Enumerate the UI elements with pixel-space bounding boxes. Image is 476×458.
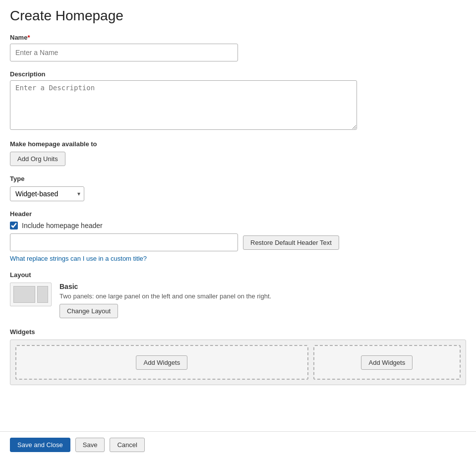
- widget-panel-right: Add Widgets: [313, 345, 461, 380]
- layout-field-group: Layout Basic Two panels: one large panel…: [10, 271, 466, 318]
- layout-name: Basic: [60, 283, 271, 290]
- type-field-group: Type Widget-based ▾: [10, 175, 466, 201]
- description-textarea[interactable]: [10, 80, 357, 130]
- header-label: Header: [10, 210, 466, 218]
- description-label: Description: [10, 70, 466, 78]
- widgets-label: Widgets: [10, 328, 466, 336]
- layout-panel-large: [13, 286, 35, 303]
- header-field-group: Header Include homepage header {OrgUnitN…: [10, 210, 466, 262]
- header-text-input[interactable]: {OrgUnitName}: [10, 233, 238, 251]
- availability-label: Make homepage available to: [10, 140, 466, 148]
- header-input-row: {OrgUnitName} Restore Default Header Tex…: [10, 233, 466, 251]
- type-label: Type: [10, 175, 466, 182]
- include-header-row: Include homepage header: [10, 222, 466, 229]
- name-field-group: Name*: [10, 34, 466, 61]
- save-button[interactable]: Save: [75, 438, 105, 452]
- include-header-label[interactable]: Include homepage header: [22, 222, 103, 229]
- page-title: Create Homepage: [10, 8, 466, 24]
- add-widgets-left-button[interactable]: Add Widgets: [136, 355, 187, 370]
- replace-strings-link[interactable]: What replace strings can I use in a cust…: [10, 255, 147, 262]
- widgets-section: Widgets Add Widgets Add Widgets: [10, 328, 466, 385]
- layout-preview: [10, 283, 52, 306]
- layout-panel-small: [37, 286, 48, 303]
- save-and-close-button[interactable]: Save and Close: [10, 438, 70, 452]
- layout-preview-row: Basic Two panels: one large panel on the…: [10, 283, 466, 318]
- add-org-units-button[interactable]: Add Org Units: [10, 152, 65, 166]
- restore-header-button[interactable]: Restore Default Header Text: [243, 235, 339, 250]
- add-widgets-right-button[interactable]: Add Widgets: [361, 355, 413, 370]
- type-select-wrapper: Widget-based ▾: [10, 186, 84, 201]
- required-indicator: *: [27, 34, 30, 41]
- widgets-container: Add Widgets Add Widgets: [10, 340, 466, 385]
- type-select[interactable]: Widget-based: [10, 186, 84, 201]
- layout-label: Layout: [10, 271, 466, 279]
- footer-bar: Save and Close Save Cancel: [0, 431, 476, 458]
- cancel-button[interactable]: Cancel: [110, 438, 144, 452]
- widget-panel-left: Add Widgets: [15, 345, 308, 380]
- name-label: Name*: [10, 34, 466, 41]
- description-field-group: Description: [10, 70, 466, 131]
- change-layout-button[interactable]: Change Layout: [60, 304, 118, 318]
- include-header-checkbox[interactable]: [10, 222, 18, 229]
- name-input[interactable]: [10, 44, 238, 61]
- page-container: Create Homepage Name* Description Make h…: [0, 0, 476, 458]
- availability-field-group: Make homepage available to Add Org Units: [10, 140, 466, 166]
- layout-description: Two panels: one large panel on the left …: [60, 292, 271, 300]
- layout-info: Basic Two panels: one large panel on the…: [60, 283, 271, 318]
